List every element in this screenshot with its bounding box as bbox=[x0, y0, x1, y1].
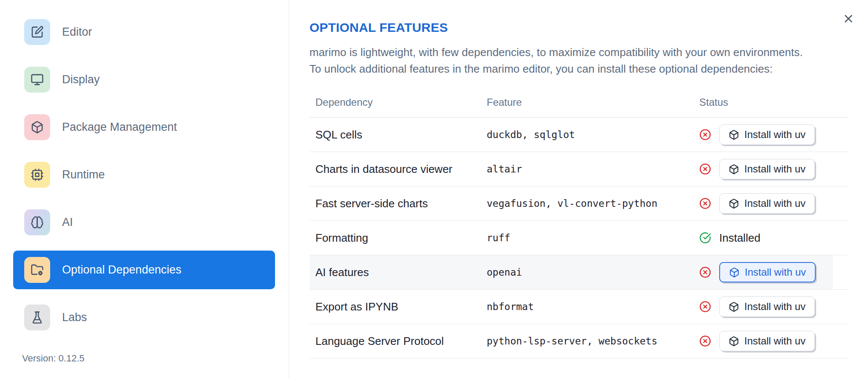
status-cell: Install with uv bbox=[693, 124, 848, 145]
install-with-uv-button[interactable]: Install with uv bbox=[719, 262, 816, 282]
dependency-name: Export as IPYNB bbox=[309, 300, 481, 313]
sidebar-item-display[interactable]: Display bbox=[13, 60, 275, 99]
install-button-label: Install with uv bbox=[744, 163, 806, 175]
package-icon bbox=[729, 336, 739, 347]
install-button-label: Install with uv bbox=[744, 197, 806, 209]
table-header: Dependency Feature Status bbox=[309, 87, 848, 118]
flask-icon bbox=[24, 305, 50, 330]
optional-features-panel: OPTIONAL FEATURES marimo is lightweight,… bbox=[289, 0, 868, 378]
table-row: SQL cells duckdb, sqlglot Install with u… bbox=[309, 118, 848, 152]
package-icon bbox=[729, 302, 739, 312]
install-button-label: Install with uv bbox=[744, 335, 806, 347]
table-row: Formatting ruff Installed bbox=[309, 221, 848, 255]
dependency-name: Charts in datasource viewer bbox=[309, 163, 481, 176]
sidebar-list: Editor Display Package bbox=[13, 13, 275, 346]
sidebar-item-ai[interactable]: AI bbox=[13, 203, 275, 242]
page-title: OPTIONAL FEATURES bbox=[309, 20, 868, 35]
install-button-label: Install with uv bbox=[744, 301, 806, 313]
dependency-name: AI features bbox=[309, 266, 481, 279]
sidebar-item-optional-dependencies[interactable]: Optional Dependencies bbox=[13, 251, 275, 289]
dependency-name: Language Server Protocol bbox=[309, 335, 481, 348]
table-row: Language Server Protocol python-lsp-serv… bbox=[309, 324, 848, 358]
feature-packages: python-lsp-server, websockets bbox=[481, 336, 693, 347]
install-with-uv-button[interactable]: Install with uv bbox=[719, 159, 815, 179]
install-button-label: Install with uv bbox=[745, 266, 806, 278]
status-cell: Installed bbox=[693, 231, 848, 245]
settings-sidebar: Editor Display Package bbox=[0, 0, 289, 378]
folder-cog-icon bbox=[24, 257, 50, 283]
installed-label: Installed bbox=[719, 231, 760, 245]
sidebar-item-label: Runtime bbox=[62, 168, 105, 181]
sidebar-item-label: Package Management bbox=[62, 121, 177, 134]
column-header-feature: Feature bbox=[481, 96, 693, 108]
description-line-1: marimo is lightweight, with few dependen… bbox=[309, 44, 868, 61]
status-cell: Install with uv bbox=[693, 262, 848, 282]
dependency-name: SQL cells bbox=[309, 128, 481, 141]
feature-packages: ruff bbox=[481, 232, 693, 243]
circle-x-icon bbox=[699, 301, 711, 313]
dependency-name: Formatting bbox=[309, 231, 481, 245]
feature-packages: nbformat bbox=[481, 301, 693, 312]
circle-x-icon bbox=[699, 197, 711, 209]
edit-icon bbox=[24, 19, 50, 45]
settings-dialog: Editor Display Package bbox=[0, 0, 868, 378]
circle-x-icon bbox=[699, 266, 711, 278]
sidebar-item-label: Editor bbox=[62, 25, 92, 39]
panel-description: marimo is lightweight, with few dependen… bbox=[309, 44, 868, 77]
package-icon bbox=[729, 198, 739, 209]
column-header-status: Status bbox=[693, 96, 848, 108]
cpu-icon bbox=[24, 162, 50, 188]
feature-packages: duckdb, sqlglot bbox=[481, 129, 693, 140]
dependencies-table: Dependency Feature Status SQL cells duck… bbox=[309, 87, 848, 358]
brain-icon bbox=[24, 209, 50, 235]
dependency-name: Fast server-side charts bbox=[309, 197, 481, 210]
sidebar-item-label: AI bbox=[62, 216, 73, 229]
status-cell: Install with uv bbox=[693, 296, 848, 317]
close-icon[interactable] bbox=[841, 11, 856, 26]
package-icon bbox=[24, 114, 50, 140]
monitor-icon bbox=[24, 67, 50, 93]
circle-x-icon bbox=[699, 129, 711, 141]
circle-x-icon bbox=[699, 163, 711, 175]
install-with-uv-button[interactable]: Install with uv bbox=[719, 296, 815, 317]
sidebar-item-label: Optional Dependencies bbox=[62, 263, 182, 276]
sidebar-item-package-management[interactable]: Package Management bbox=[13, 108, 275, 147]
table-row: AI features openai Install with uv bbox=[309, 255, 848, 290]
status-cell: Install with uv bbox=[693, 159, 848, 179]
package-icon bbox=[729, 130, 739, 140]
install-with-uv-button[interactable]: Install with uv bbox=[719, 124, 815, 145]
sidebar-item-runtime[interactable]: Runtime bbox=[13, 155, 275, 194]
sidebar-item-label: Display bbox=[62, 73, 100, 86]
install-button-label: Install with uv bbox=[744, 129, 806, 141]
version-label: Version: 0.12.5 bbox=[22, 353, 85, 364]
table-row: Fast server-side charts vegafusion, vl-c… bbox=[309, 186, 848, 221]
table-row: Charts in datasource viewer altair Insta… bbox=[309, 152, 848, 186]
table-row: Export as IPYNB nbformat Install with uv bbox=[309, 290, 848, 324]
status-cell: Install with uv bbox=[693, 331, 848, 351]
sidebar-item-labs[interactable]: Labs bbox=[13, 298, 275, 337]
column-header-dependency: Dependency bbox=[309, 96, 481, 108]
feature-packages: altair bbox=[481, 164, 693, 175]
sidebar-item-label: Labs bbox=[62, 311, 87, 324]
install-with-uv-button[interactable]: Install with uv bbox=[719, 193, 815, 214]
package-icon bbox=[729, 164, 739, 175]
status-cell: Install with uv bbox=[693, 193, 848, 214]
sidebar-item-editor[interactable]: Editor bbox=[13, 13, 275, 51]
package-icon bbox=[729, 267, 740, 278]
feature-packages: openai bbox=[481, 267, 693, 278]
install-with-uv-button[interactable]: Install with uv bbox=[719, 331, 815, 351]
feature-packages: vegafusion, vl-convert-python bbox=[481, 198, 693, 209]
description-line-2: To unlock additional features in the mar… bbox=[309, 61, 868, 77]
circle-check-icon bbox=[699, 232, 711, 244]
circle-x-icon bbox=[699, 335, 711, 347]
